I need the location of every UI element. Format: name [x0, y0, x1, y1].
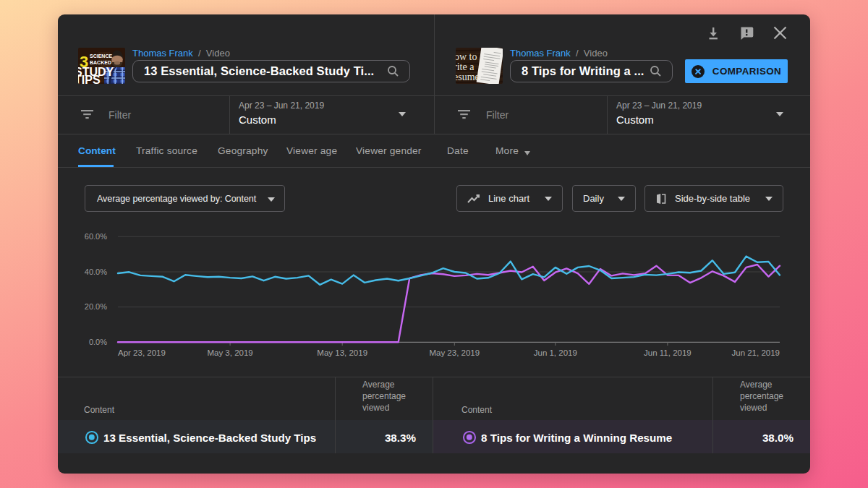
svg-text:Apr 23, 2019: Apr 23, 2019 [118, 348, 166, 357]
svg-text:May 13, 2019: May 13, 2019 [317, 348, 367, 357]
svg-text:40.0%: 40.0% [85, 267, 107, 276]
svg-text:rite a: rite a [456, 61, 475, 72]
svg-text:BACKED: BACKED [90, 60, 111, 65]
svg-text:esume: esume [456, 72, 480, 82]
svg-text:60.0%: 60.0% [85, 232, 107, 241]
svg-text:May 3, 2019: May 3, 2019 [207, 348, 252, 357]
svg-text:Jun 21, 2019: Jun 21, 2019 [731, 348, 780, 357]
svg-text:Jun 1, 2019: Jun 1, 2019 [534, 348, 577, 357]
svg-text:0.0%: 0.0% [89, 338, 107, 346]
svg-text:Jun 11, 2019: Jun 11, 2019 [644, 348, 692, 357]
svg-text:ow to: ow to [456, 51, 477, 62]
svg-text:May 23, 2019: May 23, 2019 [429, 348, 480, 357]
svg-text:TIPS: TIPS [78, 74, 101, 84]
svg-text:SCIENCE: SCIENCE [90, 53, 112, 59]
svg-text:20.0%: 20.0% [85, 302, 107, 311]
